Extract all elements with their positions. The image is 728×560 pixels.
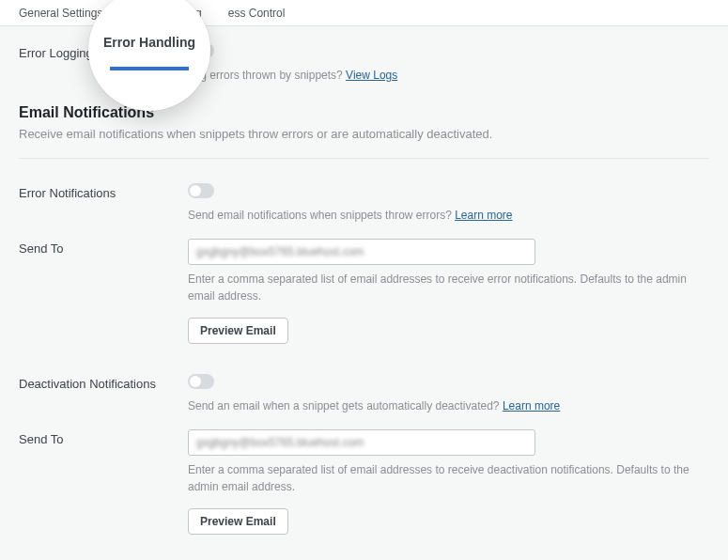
- help-send-to-error: Enter a comma separated list of email ad…: [188, 271, 709, 304]
- label-send-to-deactivation: Send To: [19, 429, 188, 446]
- label-deactivation-notifications: Deactivation Notifications: [19, 374, 188, 391]
- button-preview-email-error[interactable]: Preview Email: [188, 318, 288, 344]
- desc-error-notifications: Send email notifications when snippets t…: [188, 207, 709, 224]
- help-send-to-deactivation: Enter a comma separated list of email ad…: [188, 461, 709, 495]
- field-send-to-error: gxgbgny@box5765.bluehost.com Enter a com…: [188, 239, 709, 344]
- field-send-to-deactivation: gxgbgny@box5765.bluehost.com Enter a com…: [188, 429, 709, 535]
- section-divider: [19, 158, 709, 159]
- row-send-to-error: Send To gxgbgny@box5765.bluehost.com Ent…: [19, 239, 709, 344]
- field-error-logging: Log errors thrown by snippets? View Logs: [188, 43, 709, 84]
- toggle-deactivation-notifications[interactable]: [188, 374, 214, 389]
- desc-deactivation-notifications: Send an email when a snippet gets automa…: [188, 397, 709, 414]
- tab-general-settings[interactable]: General Settings: [19, 1, 102, 25]
- sub-email-notifications: Receive email notifications when snippet…: [19, 127, 709, 141]
- link-view-logs[interactable]: View Logs: [346, 69, 397, 82]
- label-send-to-error: Send To: [19, 239, 188, 256]
- toggle-error-notifications[interactable]: [188, 183, 214, 198]
- field-deactivation-notifications: Send an email when a snippet gets automa…: [188, 374, 709, 414]
- row-error-notifications: Error Notifications Send email notificat…: [19, 183, 709, 224]
- link-learn-more-error[interactable]: Learn more: [455, 209, 512, 222]
- magnifier-underline: [110, 67, 189, 70]
- row-send-to-deactivation: Send To gxgbgny@box5765.bluehost.com Ent…: [19, 429, 709, 535]
- input-send-to-deactivation[interactable]: gxgbgny@box5765.bluehost.com: [188, 429, 535, 456]
- magnifier-label: Error Handling: [103, 35, 195, 50]
- input-send-to-error[interactable]: gxgbgny@box5765.bluehost.com: [188, 239, 535, 265]
- row-deactivation-notifications: Deactivation Notifications Send an email…: [19, 374, 709, 414]
- field-error-notifications: Send email notifications when snippets t…: [188, 183, 709, 224]
- link-learn-more-deactivation[interactable]: Learn more: [503, 399, 560, 412]
- button-preview-email-deactivation[interactable]: Preview Email: [188, 508, 288, 535]
- settings-content: Error Logging Log errors thrown by snipp…: [0, 26, 728, 560]
- tab-access-control[interactable]: ess Control: [228, 1, 286, 25]
- desc-error-logging: Log errors thrown by snippets? View Logs: [188, 67, 709, 84]
- label-error-notifications: Error Notifications: [19, 183, 188, 200]
- heading-email-notifications: Email Notifications: [19, 104, 709, 121]
